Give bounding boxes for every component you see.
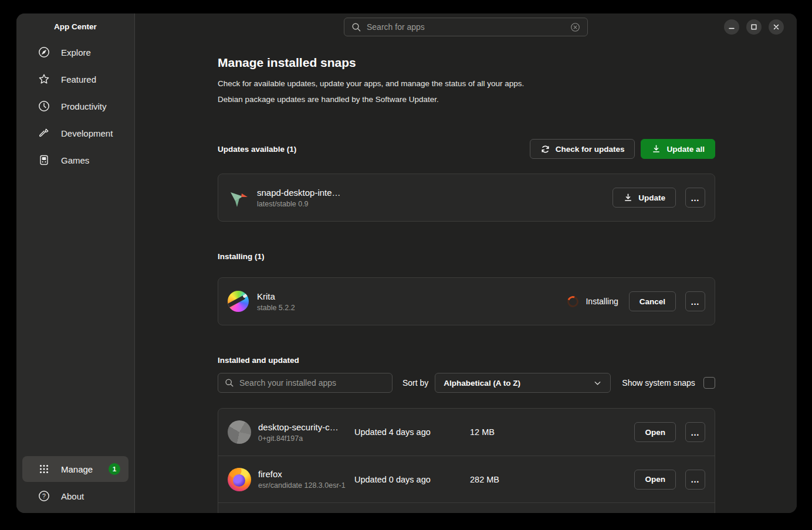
check-for-updates-button[interactable]: Check for updates (530, 139, 635, 159)
cancel-button[interactable]: Cancel (629, 291, 676, 311)
window-controls (724, 19, 784, 35)
more-options-button[interactable]: … (685, 422, 705, 442)
svg-text:?: ? (42, 492, 46, 500)
installed-row-firefox: firefox esr/candidate 128.3.0esr-1 Updat… (218, 456, 715, 502)
installed-section-header: Installed and updated (218, 356, 715, 365)
app-name: Krita (257, 291, 295, 301)
updates-count-badge: 1 (109, 463, 120, 475)
ellipsis-icon: … (691, 193, 700, 203)
snapd-app-icon (228, 187, 249, 208)
sidebar-item-label: Development (61, 128, 113, 138)
sidebar-item-manage[interactable]: Manage 1 (22, 456, 128, 482)
open-button[interactable]: Open (634, 422, 676, 442)
sidebar-item-label: Featured (61, 74, 96, 84)
app-size: 282 MB (470, 475, 499, 484)
ellipsis-icon: … (691, 474, 700, 484)
manage-page: Manage installed snaps Check for availab… (218, 56, 715, 513)
sort-dropdown[interactable]: Alphabetical (A to Z) (435, 373, 611, 393)
minimize-button[interactable] (724, 19, 739, 35)
clock-icon (38, 100, 50, 112)
app-size: 12 MB (470, 427, 495, 437)
search-icon (351, 22, 361, 32)
ellipsis-icon: … (691, 427, 700, 437)
status-label: Installing (586, 297, 618, 306)
question-icon: ? (38, 490, 50, 502)
update-label: Update (638, 193, 665, 202)
app-name: desktop-security-c… (258, 422, 354, 432)
open-label: Open (645, 428, 665, 437)
installed-row-desktop-security: desktop-security-c… 0+git.84f197a Update… (218, 409, 715, 456)
krita-app-icon (228, 291, 249, 312)
download-icon (623, 193, 633, 203)
check-for-updates-label: Check for updates (556, 145, 625, 154)
download-icon (651, 144, 661, 154)
open-button[interactable]: Open (634, 470, 676, 490)
installed-search-bar[interactable] (218, 373, 393, 393)
grid-icon (38, 463, 50, 475)
star-icon (38, 73, 50, 85)
app-center-window: App Center Explore Featured Productivity (16, 13, 797, 513)
gamepad-icon (38, 154, 50, 166)
screwdriver-icon (38, 127, 50, 139)
search-icon (225, 378, 234, 388)
install-status: Installing (567, 296, 618, 307)
update-card-snapd: snapd-desktop-inte… latest/stable 0.9 Up… (218, 174, 715, 222)
spinner-icon (566, 294, 580, 308)
app-search-bar[interactable] (344, 18, 588, 36)
installed-row-partial (218, 502, 715, 513)
update-button[interactable]: Update (613, 188, 676, 208)
update-all-label: Update all (666, 145, 705, 154)
show-system-snaps-checkbox[interactable] (703, 377, 715, 389)
more-options-button[interactable]: … (685, 291, 705, 311)
updates-section-header: Updates available (1) Check for updates … (218, 139, 715, 159)
sidebar-item-label: About (61, 491, 84, 501)
update-all-button[interactable]: Update all (641, 139, 715, 159)
installed-heading: Installed and updated (218, 356, 299, 365)
app-title: App Center (16, 22, 134, 31)
sidebar-item-label: Manage (61, 464, 93, 474)
sidebar-bottom: Manage 1 ? About (16, 456, 134, 513)
app-name: firefox (258, 469, 354, 479)
sidebar-nav: Explore Featured Productivity Developmen… (16, 39, 134, 174)
sidebar-item-featured[interactable]: Featured (16, 66, 134, 93)
clear-search-icon[interactable] (570, 22, 580, 32)
more-options-button[interactable]: … (685, 470, 705, 490)
chevron-down-icon (593, 379, 602, 388)
sidebar-item-games[interactable]: Games (16, 147, 134, 174)
desktop-security-app-icon (228, 420, 251, 444)
page-description-line2: Debian package updates are handled by th… (218, 91, 715, 107)
app-row: snapd-desktop-inte… latest/stable 0.9 Up… (218, 174, 715, 221)
sidebar: App Center Explore Featured Productivity (16, 13, 135, 513)
page-description-line1: Check for available updates, update your… (218, 76, 715, 91)
sidebar-item-label: Productivity (61, 101, 107, 111)
app-channel: stable 5.2.2 (257, 304, 295, 312)
sort-dropdown-value: Alphabetical (A to Z) (444, 379, 520, 388)
installed-list: desktop-security-c… 0+git.84f197a Update… (218, 408, 715, 513)
sidebar-item-productivity[interactable]: Productivity (16, 93, 134, 120)
firefox-app-icon (228, 468, 251, 491)
app-version: esr/candidate 128.3.0esr-1 (258, 481, 354, 490)
installing-card-krita: Krita stable 5.2.2 Installing Cancel … (218, 277, 715, 325)
app-version: 0+git.84f197a (258, 434, 354, 443)
open-label: Open (645, 475, 665, 484)
close-button[interactable] (769, 19, 784, 35)
ellipsis-icon: … (691, 297, 700, 307)
sidebar-item-label: Games (61, 155, 89, 165)
search-input[interactable] (367, 22, 565, 32)
sidebar-item-label: Explore (61, 47, 91, 57)
refresh-icon (540, 144, 550, 154)
sort-by-label: Sort by (402, 378, 428, 388)
app-updated: Updated 4 days ago (354, 427, 470, 437)
maximize-button[interactable] (746, 19, 762, 35)
installing-section-header: Installing (1) (218, 252, 715, 261)
main-area: Manage installed snaps Check for availab… (135, 13, 797, 513)
sidebar-item-development[interactable]: Development (16, 120, 134, 147)
sidebar-item-about[interactable]: ? About (16, 483, 134, 509)
sidebar-item-explore[interactable]: Explore (16, 39, 134, 66)
topbar (135, 13, 797, 40)
app-channel: latest/stable 0.9 (257, 200, 341, 208)
app-row: Krita stable 5.2.2 Installing Cancel … (218, 278, 715, 325)
installed-search-input[interactable] (239, 378, 385, 388)
more-options-button[interactable]: … (685, 188, 705, 208)
installing-heading: Installing (1) (218, 252, 265, 261)
